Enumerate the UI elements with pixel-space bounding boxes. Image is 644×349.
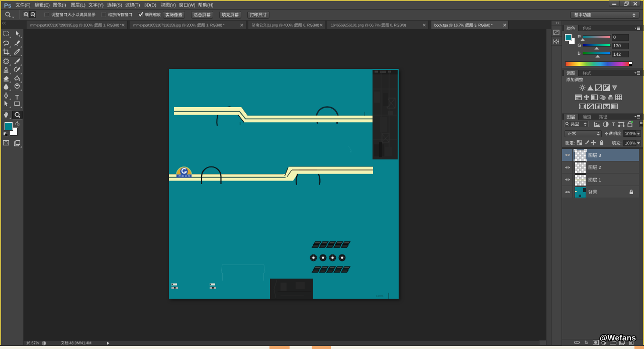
svg-text:1.19995: 1.19995 bbox=[376, 295, 384, 297]
